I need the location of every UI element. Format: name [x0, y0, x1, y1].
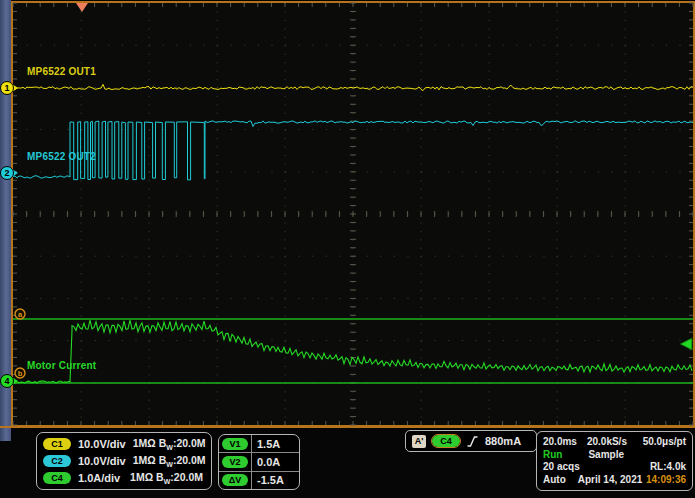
- trigger-source-badge[interactable]: C4: [432, 435, 460, 447]
- channel-scale-c2: 10.0V/div: [78, 455, 126, 467]
- timebase-readout-panel[interactable]: 20.0ms 20.0kS/s 50.0μs/pt Run Sample 20 …: [536, 431, 693, 491]
- record-length: RL:4.0k: [650, 461, 686, 473]
- cursor-value-v1: 1.5A: [251, 435, 299, 452]
- cursor-value-v2: 0.0A: [251, 453, 299, 470]
- channel-row-c4: C4 1.0A/div 1MΩ BW:20.0M: [43, 470, 205, 486]
- rising-edge-icon: [466, 435, 479, 448]
- cursor-row-v2: V2 0.0A: [219, 453, 299, 471]
- trace-label-ch1: MP6522 OUT1: [27, 66, 96, 77]
- trigger-readout-panel[interactable]: A' C4 880mA: [405, 430, 537, 452]
- trace-label-ch2: MP6522 OUT2: [27, 151, 96, 162]
- sample-rate: 20.0kS/s: [587, 436, 627, 448]
- cursor-badge-dv[interactable]: ΔV: [222, 474, 248, 486]
- timebase-scale: 20.0ms: [543, 436, 577, 448]
- channel-row-c2: C2 10.0V/div 1MΩ BW:20.0M: [43, 453, 205, 469]
- cursor-readout-panel: V1 1.5A V2 0.0A ΔV -1.5A: [218, 434, 300, 490]
- channel-coupling-c4: 1MΩ BW:20.0M: [130, 471, 205, 485]
- trace-label-ch4: Motor Current: [27, 360, 96, 371]
- cursor-badge-v2[interactable]: V2: [222, 456, 248, 468]
- cursor-row-dv: ΔV -1.5A: [219, 472, 299, 489]
- channel-impedance-c2: 1MΩ: [133, 454, 156, 468]
- acquisition-mode: Sample: [588, 449, 624, 461]
- time-label: 14:09:36: [646, 474, 686, 486]
- channel-badge-c2[interactable]: C2: [43, 455, 71, 467]
- channel-impedance-c1: 1MΩ: [133, 437, 156, 451]
- svg-text:b: b: [18, 369, 23, 378]
- trigger-level-value: 880mA: [485, 435, 521, 447]
- channel-readout-panel: C1 10.0V/div 1MΩ BW:20.0M C2 10.0V/div 1…: [36, 432, 212, 490]
- acquisition-state: Run: [543, 449, 562, 461]
- cursor-value-dv: -1.5A: [251, 472, 299, 489]
- channel-bandwidth-c4: BW:20.0M: [156, 471, 203, 485]
- timebase-row-state: Run Sample: [543, 449, 686, 461]
- channel-row-c1: C1 10.0V/div 1MΩ BW:20.0M: [43, 436, 205, 452]
- svg-text:4: 4: [4, 376, 9, 386]
- timebase-row-scale: 20.0ms 20.0kS/s 50.0μs/pt: [543, 436, 686, 448]
- channel-bandwidth-c1: BW:20.0M: [159, 437, 206, 451]
- svg-text:1: 1: [4, 83, 9, 93]
- date-label: April 14, 2021: [578, 474, 642, 486]
- channel-coupling-c1: 1MΩ BW:20.0M: [133, 437, 208, 451]
- channel-badge-c4[interactable]: C4: [43, 472, 71, 484]
- plot-bottom-border: [0, 426, 695, 428]
- cursor-badge-v1[interactable]: V1: [222, 438, 248, 450]
- channel-coupling-c2: 1MΩ BW:20.0M: [133, 454, 208, 468]
- channel-scale-c4: 1.0A/div: [78, 472, 123, 484]
- channel-scale-c1: 10.0V/div: [78, 438, 126, 450]
- channel-impedance-c4: 1MΩ: [130, 471, 153, 485]
- cursor-row-v1: V1 1.5A: [219, 435, 299, 453]
- trigger-mode-label: Auto: [543, 474, 566, 486]
- acquisition-count: 20 acqs: [543, 461, 580, 473]
- trigger-mode-badge[interactable]: A': [412, 435, 426, 448]
- waveform-display: 124ab: [0, 0, 695, 498]
- channel-badge-c1[interactable]: C1: [43, 438, 71, 450]
- svg-text:2: 2: [4, 168, 9, 178]
- channel-bandwidth-c2: BW:20.0M: [159, 454, 206, 468]
- sample-resolution: 50.0μs/pt: [643, 436, 686, 448]
- timebase-row-date: Auto April 14, 2021 14:09:36: [543, 474, 686, 486]
- timebase-row-acqs: 20 acqs RL:4.0k: [543, 461, 686, 473]
